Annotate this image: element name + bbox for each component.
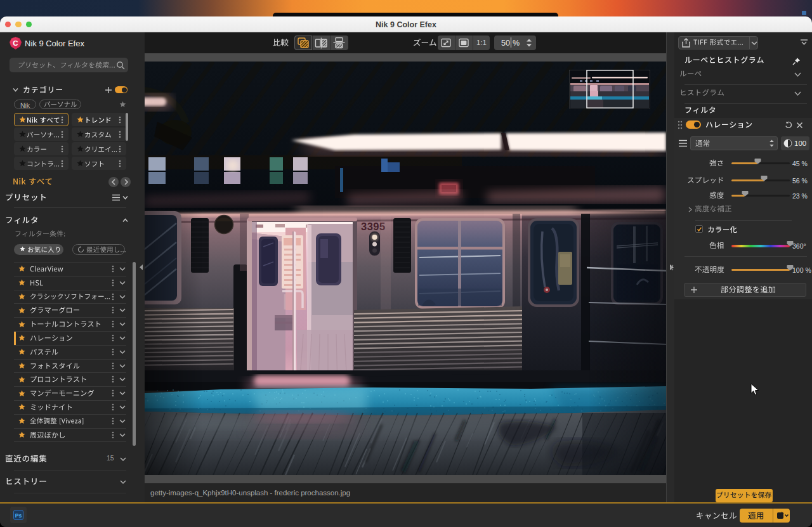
svg-text:C: C [13,39,18,47]
